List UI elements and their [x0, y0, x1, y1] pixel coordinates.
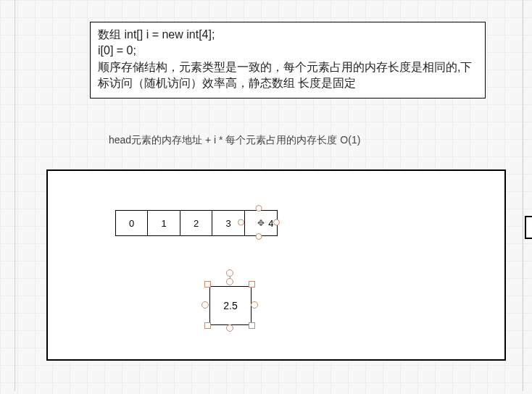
resize-handle-icon[interactable]	[201, 301, 209, 309]
offscreen-shape[interactable]	[525, 216, 532, 239]
array-cell-label: 3	[225, 218, 230, 229]
resize-handle-icon[interactable]	[238, 219, 244, 226]
description-line: 顺序存储结构，元素类型是一致的，每个元素占用的内存长度是相同的,下标访问（随机访…	[98, 59, 478, 92]
selection-handles-float[interactable]	[204, 281, 255, 329]
resize-handle-icon[interactable]	[249, 322, 255, 329]
resize-handle-icon[interactable]	[256, 233, 262, 240]
resize-handle-icon[interactable]	[204, 322, 211, 329]
array-cell-1[interactable]: 1	[147, 210, 180, 236]
resize-handle-icon[interactable]	[249, 281, 255, 288]
code-line-1: 数组 int[] i = new int[4];	[98, 27, 478, 43]
resize-handle-icon[interactable]	[226, 278, 233, 285]
array-cell-2[interactable]: 2	[180, 210, 213, 236]
resize-handle-icon[interactable]	[204, 281, 211, 288]
resize-handle-icon[interactable]	[256, 205, 262, 211]
array-cell-label: 2	[194, 218, 199, 229]
array-cell-0[interactable]: 0	[115, 210, 149, 236]
resize-handle-icon[interactable]	[273, 219, 280, 226]
array-cell-label: 0	[129, 218, 134, 229]
array-cell-label: 1	[161, 218, 166, 229]
diagram-frame[interactable]	[46, 169, 506, 361]
code-line-2: i[0] = 0;	[98, 43, 478, 59]
description-text-box[interactable]: 数组 int[] i = new int[4]; i[0] = 0; 顺序存储结…	[90, 22, 486, 98]
selection-handles-cell[interactable]	[241, 208, 277, 237]
formula-text[interactable]: head元素的内存地址 + i * 每个元素占用的内存长度 O(1)	[109, 134, 360, 147]
resize-handle-icon[interactable]	[251, 301, 258, 309]
rotation-handle-icon[interactable]	[226, 269, 233, 277]
resize-handle-icon[interactable]	[226, 324, 233, 332]
